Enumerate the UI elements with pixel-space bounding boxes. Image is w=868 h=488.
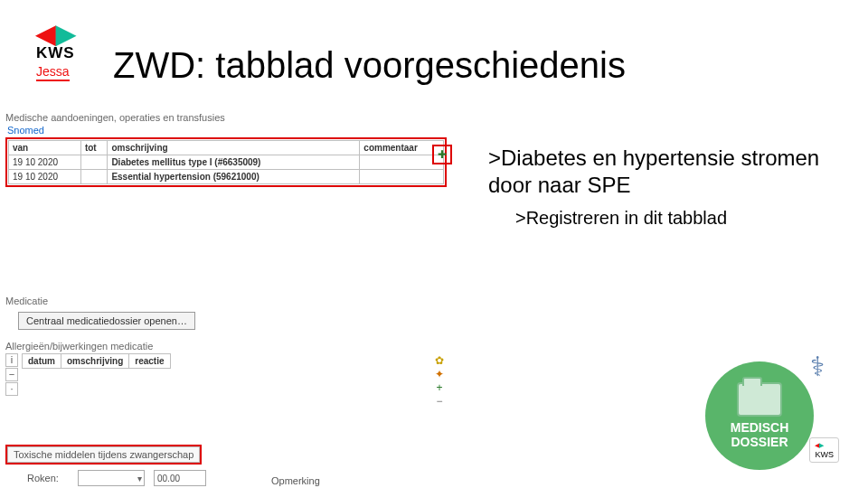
allerg-table: datum omschrijving reactie bbox=[22, 353, 171, 369]
allerg-side-icons: ✿ ✦ + − bbox=[432, 353, 447, 408]
ehr-screenshot: Medische aandoeningen, operaties en tran… bbox=[0, 108, 452, 488]
highlight-tox: Toxische middelen tijdens zwangerschap bbox=[5, 445, 202, 465]
snomed-link[interactable]: Snomed bbox=[7, 125, 452, 136]
dot-icon[interactable]: · bbox=[5, 382, 18, 396]
open-med-dossier-button[interactable]: Centraal medicatiedossier openen… bbox=[18, 312, 195, 330]
col-reactie: reactie bbox=[129, 354, 170, 369]
logo-sub: Jessa bbox=[36, 64, 70, 81]
logo: ◀▶ KWS Jessa bbox=[36, 25, 90, 81]
add-icon[interactable]: ✚ bbox=[436, 149, 448, 160]
highlight-add-button: ✚ bbox=[432, 145, 452, 164]
bullet-1: >Diabetes en hypertensie stromen door na… bbox=[488, 145, 850, 199]
staff-icon: ⚕ bbox=[810, 351, 825, 382]
logo-mark: ◀▶ bbox=[36, 25, 90, 42]
folder-icon bbox=[737, 382, 782, 417]
section-med-label: Medicatie bbox=[5, 296, 452, 306]
col-datum: datum bbox=[23, 354, 61, 369]
logo-brand: KWS bbox=[36, 44, 90, 62]
remove-icon[interactable]: − bbox=[432, 395, 447, 408]
badge-tag: ◀▶ KWS bbox=[809, 437, 839, 463]
section-conditions-label: Medische aandoeningen, operaties en tran… bbox=[5, 112, 452, 123]
minus-icon[interactable]: − bbox=[5, 368, 18, 381]
highlight-conditions: van tot omschrijving commentaar 19 10 20… bbox=[5, 137, 447, 187]
roken-label: Roken: bbox=[27, 473, 78, 483]
col-omschrijving: omschrijving bbox=[108, 141, 360, 155]
section-allerg-label: Allergieën/bijwerkingen medicatie bbox=[5, 341, 452, 352]
medisch-dossier-badge: ⚕ MEDISCH DOSSIER ◀▶ KWS bbox=[696, 352, 841, 470]
bullet-2: >Registreren in dit tabblad bbox=[515, 208, 850, 229]
plus-icon[interactable]: + bbox=[432, 381, 447, 394]
col-tot: tot bbox=[80, 141, 107, 155]
table-row[interactable]: 19 10 2020 Essential hypertension (59621… bbox=[9, 170, 444, 184]
page-title: ZWD: tabblad voorgeschiedenis bbox=[113, 45, 626, 86]
opm-label: Opmerking bbox=[271, 475, 320, 486]
info-icon[interactable]: i bbox=[5, 353, 18, 367]
col-commentaar: commentaar bbox=[360, 141, 444, 155]
flower-icon[interactable]: ✿ bbox=[432, 354, 447, 367]
badge-line1: MEDISCH bbox=[731, 420, 789, 435]
badge-line2: DOSSIER bbox=[731, 435, 788, 449]
roken-select[interactable]: ▾ bbox=[78, 470, 145, 486]
conditions-table: van tot omschrijving commentaar 19 10 20… bbox=[8, 140, 444, 184]
section-tox-label: Toxische middelen tijdens zwangerschap bbox=[7, 446, 200, 463]
table-row[interactable]: 19 10 2020 Diabetes mellitus type I (#66… bbox=[9, 155, 444, 170]
allerg-controls: i − · bbox=[5, 353, 18, 397]
roken-number[interactable]: 00.00 bbox=[154, 470, 206, 486]
bullet-block: >Diabetes en hypertensie stromen door na… bbox=[488, 145, 850, 229]
sparkle-icon[interactable]: ✦ bbox=[432, 368, 447, 380]
col-omschrijving2: omschrijving bbox=[61, 354, 129, 369]
col-van: van bbox=[9, 141, 81, 155]
